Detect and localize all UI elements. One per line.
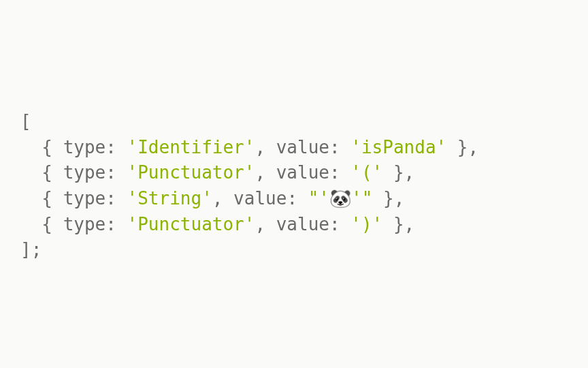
type-value: 'Punctuator'	[127, 214, 255, 234]
close-bracket: ];	[20, 239, 42, 260]
type-value: 'Identifier'	[127, 137, 255, 157]
type-key: type	[63, 188, 106, 209]
line-open: {	[20, 214, 63, 234]
line-open: {	[20, 162, 63, 183]
value-key: value	[233, 188, 287, 209]
value-key: value	[276, 162, 329, 183]
type-key: type	[63, 162, 106, 183]
colon: :	[287, 188, 308, 209]
line-close: },	[382, 162, 414, 183]
line-close: },	[382, 214, 414, 234]
type-key: type	[63, 137, 106, 157]
value-value: "'🐼'"	[308, 188, 373, 209]
open-bracket: [	[20, 111, 31, 132]
comma: ,	[255, 137, 276, 157]
comma: ,	[255, 214, 276, 234]
colon: :	[329, 214, 350, 234]
value-value: 'isPanda'	[350, 137, 446, 157]
value-value: '('	[350, 162, 382, 183]
colon: :	[329, 137, 350, 157]
type-value: 'String'	[127, 188, 212, 209]
comma: ,	[255, 162, 276, 183]
value-key: value	[276, 214, 329, 234]
value-value: ')'	[350, 214, 382, 234]
colon: :	[105, 188, 127, 209]
line-open: {	[20, 188, 63, 209]
comma: ,	[212, 188, 233, 209]
colon: :	[329, 162, 350, 183]
type-value: 'Punctuator'	[127, 162, 255, 183]
colon: :	[105, 137, 127, 157]
colon: :	[105, 214, 127, 234]
line-close: },	[446, 137, 478, 157]
type-key: type	[63, 214, 106, 234]
line-close: },	[372, 188, 404, 209]
code-block: [ { type: 'Identifier', value: 'isPanda'…	[20, 109, 588, 263]
colon: :	[105, 162, 127, 183]
line-open: {	[20, 137, 63, 157]
value-key: value	[276, 137, 329, 157]
